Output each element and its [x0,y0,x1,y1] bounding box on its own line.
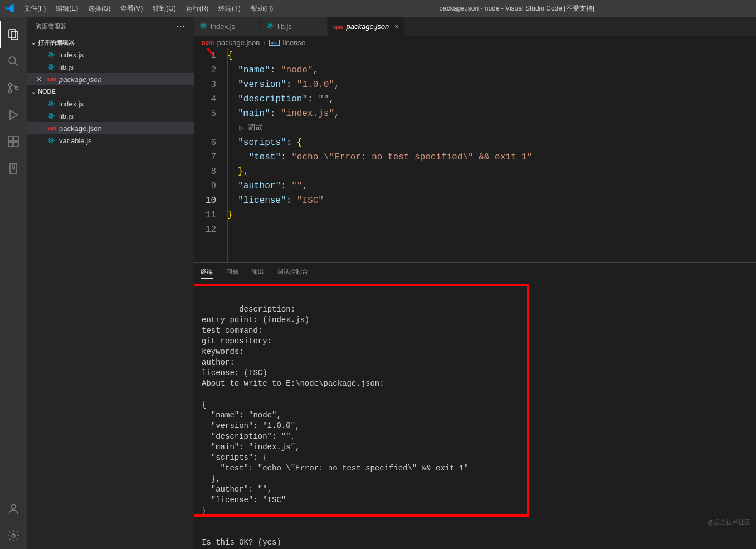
file-label: lib.js [59,112,74,120]
close-icon[interactable]: × [394,22,399,31]
react-icon [47,100,56,108]
svg-rect-9 [8,142,13,147]
menu-item[interactable]: 终端(T) [214,2,245,16]
svg-point-4 [9,84,12,86]
code-line[interactable]: "version": "1.0.0", [227,77,756,92]
open-editors-header[interactable]: ⌄ 打开的编辑器 [27,36,194,48]
symbol-string-icon: abc [269,40,280,46]
svg-point-14 [12,534,15,537]
react-icon [266,22,274,31]
code-line[interactable]: "name": "node", [227,63,756,77]
svg-point-27 [51,115,52,116]
react-icon [199,22,207,31]
folder-header[interactable]: ⌄ NODE [27,85,194,98]
activity-settings-icon[interactable] [0,522,27,549]
sidebar-explorer: 资源管理器 ⋯ ⌄ 打开的编辑器 index.jslib.js×npmpacka… [27,17,194,549]
panel-tab[interactable]: 输出 [252,265,264,278]
chevron-down-icon: ⌄ [29,40,38,46]
panel-tab[interactable]: 调试控制台 [277,265,308,278]
code-line[interactable]: { [227,48,756,63]
menu-item[interactable]: 编辑(E) [51,2,82,16]
editor-group: index.jslib.jsnpmpackage.json× npm packa… [194,17,756,549]
code-line[interactable]: "author": "", [227,179,756,193]
file-label: index.js [59,51,84,59]
code-content[interactable]: { "name": "node", "version": "1.0.0", "d… [227,48,756,262]
file-tree-item[interactable]: npmpackage.json [27,122,194,134]
react-icon [47,137,56,144]
svg-point-15 [51,54,52,55]
svg-point-5 [9,90,12,93]
code-editor[interactable]: 12345 6789101112 { "name": "node", "vers… [194,48,756,262]
tab-label: index.js [211,22,235,31]
npm-icon: npm [202,39,214,46]
editor-tab[interactable]: index.js [194,17,261,36]
window-title: package.json - node - Visual Studio Code… [277,4,756,13]
svg-point-23 [51,103,52,104]
panel-tab[interactable]: 问题 [226,265,238,278]
code-line[interactable]: "license": "ISC" [227,193,756,208]
menu-item[interactable]: 文件(F) [19,2,50,16]
code-line[interactable]: "scripts": { [227,135,756,150]
activity-run-debug-icon[interactable] [0,101,27,128]
menu-item[interactable]: 运行(R) [182,2,213,16]
tab-label: lib.js [277,22,292,31]
open-editor-item[interactable]: lib.js [27,61,194,73]
svg-point-2 [9,57,16,64]
svg-point-13 [11,504,16,509]
svg-line-3 [15,63,18,66]
svg-point-35 [203,25,204,26]
watermark: @掘金技术社区 [708,518,750,527]
activity-explorer-icon[interactable] [0,21,27,48]
npm-icon: npm [333,22,343,31]
code-line[interactable]: "test": "echo \"Error: no test specified… [227,150,756,164]
open-editor-item[interactable]: index.js [27,48,194,61]
file-label: package.json [59,124,102,133]
menu-item[interactable]: 查看(V) [116,2,147,16]
file-tree-item[interactable]: index.js [27,98,194,110]
activity-bookmark-icon[interactable] [0,155,27,182]
editor-tabs: index.jslib.jsnpmpackage.json× [194,17,756,36]
activity-accounts-icon[interactable] [0,495,27,522]
react-icon [47,51,56,59]
npm-icon: npm [47,125,56,131]
titlebar: 文件(F)编辑(E)选择(S)查看(V)转到(G)运行(R)终端(T)帮助(H)… [0,0,756,17]
panel-tabs: 终端问题输出调试控制台 [194,263,756,281]
svg-rect-11 [14,137,18,141]
bottom-panel: 终端问题输出调试控制台 description: entry point: (i… [194,262,756,549]
code-line[interactable]: } [227,208,756,222]
menu-item[interactable]: 转到(G) [148,2,180,16]
panel-tab[interactable]: 终端 [201,265,213,279]
svg-rect-10 [14,142,18,147]
menu-item[interactable]: 选择(S) [84,2,115,16]
activity-search-icon[interactable] [0,48,27,75]
chevron-right-icon: › [263,38,265,47]
file-tree-item[interactable]: variable.js [27,134,194,147]
menubar: 文件(F)编辑(E)选择(S)查看(V)转到(G)运行(R)终端(T)帮助(H) [19,2,277,16]
terminal-output[interactable]: description: entry point: (index.js) tes… [194,281,756,549]
svg-point-19 [51,66,52,67]
editor-tab[interactable]: npmpackage.json× [328,17,405,36]
line-number-gutter: 12345 6789101112 [194,48,227,262]
activity-extensions-icon[interactable] [0,128,27,155]
svg-point-31 [51,140,52,141]
code-line[interactable]: "main": "index.js", [227,106,756,121]
debug-codelens[interactable]: ▷ 调试 [227,121,756,135]
menu-item[interactable]: 帮助(H) [246,2,278,16]
file-tree-item[interactable]: lib.js [27,110,194,122]
sidebar-title: 资源管理器 ⋯ [27,17,194,36]
svg-marker-7 [10,110,18,119]
code-line[interactable]: "description": "", [227,92,756,106]
open-editor-item[interactable]: ×npmpackage.json [27,73,194,85]
code-line[interactable]: }, [227,164,756,179]
react-icon [47,63,56,71]
activity-source-control-icon[interactable] [0,75,27,101]
editor-tab[interactable]: lib.js [261,17,328,36]
svg-point-6 [16,87,18,90]
sidebar-more-icon[interactable]: ⋯ [176,21,185,32]
svg-rect-8 [8,137,13,141]
breadcrumbs[interactable]: npm package.json › abc license [194,36,756,48]
close-icon[interactable]: × [37,75,41,84]
tab-label: package.json [347,22,389,31]
chevron-down-icon: ⌄ [29,89,38,95]
code-line[interactable] [227,222,756,237]
